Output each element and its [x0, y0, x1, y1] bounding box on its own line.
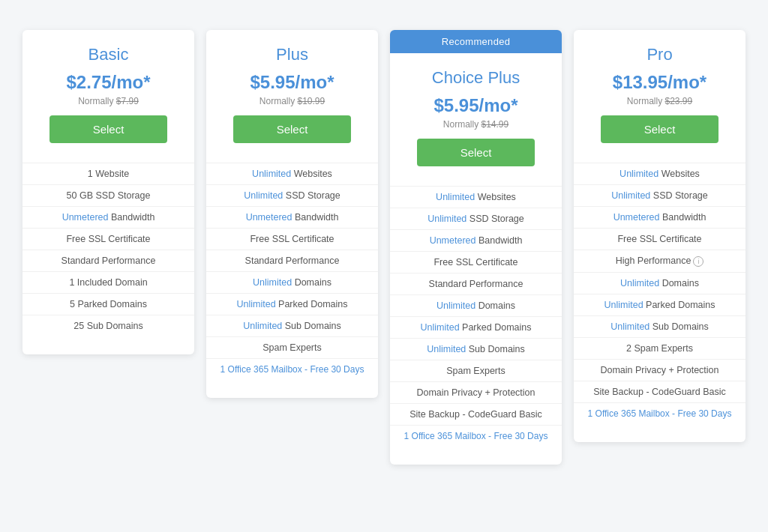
plan-name-choice-plus: Choice Plus [402, 68, 550, 88]
plan-normal-price-basic: Normally $7.99 [34, 96, 182, 106]
select-button-basic[interactable]: Select [50, 115, 168, 143]
list-item: 5 Parked Domains [22, 293, 194, 315]
list-item: Free SSL Certificate [390, 251, 562, 273]
plan-name-basic: Basic [34, 45, 182, 64]
select-button-choice-plus[interactable]: Select [417, 139, 536, 166]
list-item: Unlimited SSD Storage [206, 184, 378, 206]
plan-features-plus: Unlimited WebsitesUnlimited SSD StorageU… [206, 157, 378, 386]
list-item: Site Backup - CodeGuard Basic [574, 381, 746, 402]
plan-header-choice-plus: Choice Plus $5.95/mo* Normally $14.99 Se… [390, 53, 562, 180]
list-item: 50 GB SSD Storage [22, 184, 194, 206]
list-item: Standard Performance [22, 250, 194, 271]
list-item: 1 Office 365 Mailbox - Free 30 Days [206, 358, 378, 380]
list-item: 1 Included Domain [22, 271, 194, 293]
list-item: Unlimited Domains [390, 294, 562, 316]
list-item: Standard Performance [390, 273, 562, 294]
list-item: Unmetered Bandwidth [574, 206, 746, 228]
list-item: Domain Privacy + Protection [574, 359, 746, 381]
list-item: Unlimited Domains [574, 272, 746, 294]
plan-header-plus: Plus $5.95/mo* Normally $10.99 Select [206, 30, 378, 157]
list-item: Unlimited SSD Storage [574, 184, 746, 206]
list-item: Free SSL Certificate [22, 228, 194, 250]
plan-price-pro: $13.95/mo* [586, 72, 734, 93]
list-item: Free SSL Certificate [206, 228, 378, 250]
plan-name-pro: Pro [586, 45, 734, 64]
list-item: Unmetered Bandwidth [206, 206, 378, 228]
list-item: 25 Sub Domains [22, 315, 194, 336]
plan-normal-price-plus: Normally $10.99 [218, 96, 366, 106]
plan-card-basic: Basic $2.75/mo* Normally $7.99 Select 1 … [22, 30, 194, 354]
info-icon[interactable]: i [693, 256, 704, 267]
plan-card-choice-plus: Recommended Choice Plus $5.95/mo* Normal… [390, 30, 562, 465]
plan-header-basic: Basic $2.75/mo* Normally $7.99 Select [22, 30, 194, 157]
list-item: Unlimited Websites [574, 163, 746, 184]
plan-card-plus: Plus $5.95/mo* Normally $10.99 Select Un… [206, 30, 378, 398]
list-item: Standard Performance [206, 250, 378, 271]
list-item: Unmetered Bandwidth [390, 229, 562, 251]
list-item: Site Backup - CodeGuard Basic [390, 403, 562, 425]
plans-container: Basic $2.75/mo* Normally $7.99 Select 1 … [15, 15, 753, 480]
plan-features-basic: 1 Website50 GB SSD StorageUnmetered Band… [22, 157, 194, 342]
list-item: Spam Experts [206, 336, 378, 358]
select-button-plus[interactable]: Select [233, 115, 352, 143]
list-item: Unlimited SSD Storage [390, 208, 562, 229]
list-item: Unlimited Parked Domains [390, 316, 562, 338]
list-item: 1 Website [22, 163, 194, 184]
list-item: 1 Office 365 Mailbox - Free 30 Days [390, 425, 562, 447]
list-item: Unlimited Websites [390, 186, 562, 208]
list-item: Unlimited Websites [206, 163, 378, 184]
plan-price-choice-plus: $5.95/mo* [402, 95, 550, 116]
list-item: Unlimited Sub Domains [574, 315, 746, 337]
plan-features-pro: Unlimited WebsitesUnlimited SSD StorageU… [574, 157, 746, 430]
plan-card-pro: Pro $13.95/mo* Normally $23.99 Select Un… [574, 30, 746, 442]
list-item: Domain Privacy + Protection [390, 381, 562, 403]
plan-name-plus: Plus [218, 45, 366, 64]
recommended-badge: Recommended [390, 30, 562, 53]
plan-normal-price-pro: Normally $23.99 [586, 96, 734, 106]
plan-price-plus: $5.95/mo* [218, 72, 366, 93]
list-item: Spam Experts [390, 360, 562, 381]
select-button-pro[interactable]: Select [601, 115, 719, 143]
list-item: High Performancei [574, 250, 746, 272]
list-item: Unlimited Parked Domains [574, 294, 746, 315]
plan-normal-price-choice-plus: Normally $14.99 [402, 119, 550, 130]
plan-header-pro: Pro $13.95/mo* Normally $23.99 Select [574, 30, 746, 157]
list-item: Unlimited Parked Domains [206, 293, 378, 315]
list-item: 2 Spam Experts [574, 337, 746, 359]
list-item: Unlimited Domains [206, 271, 378, 293]
list-item: Unlimited Sub Domains [390, 338, 562, 360]
list-item: 1 Office 365 Mailbox - Free 30 Days [574, 402, 746, 424]
plan-price-basic: $2.75/mo* [34, 72, 182, 93]
list-item: Unmetered Bandwidth [22, 206, 194, 228]
list-item: Free SSL Certificate [574, 228, 746, 250]
list-item: Unlimited Sub Domains [206, 315, 378, 336]
plan-features-choice-plus: Unlimited WebsitesUnlimited SSD StorageU… [390, 180, 562, 453]
